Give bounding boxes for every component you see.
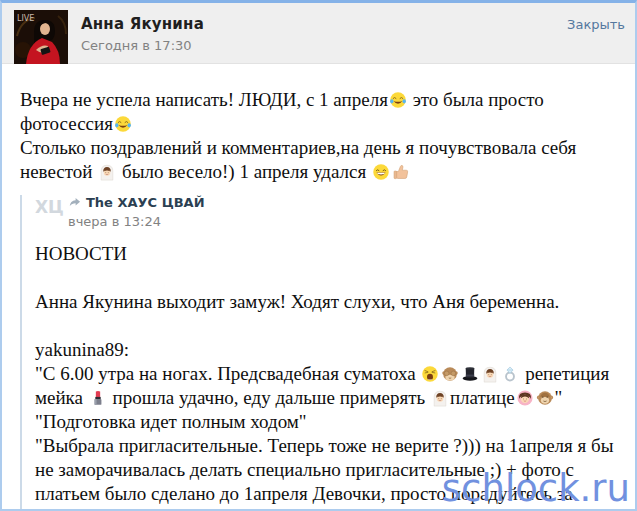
close-button[interactable]: Закрыть: [567, 10, 625, 32]
avatar-overlay-text: LIVE: [17, 14, 34, 23]
repost-paragraph: НОВОСТИ: [35, 242, 615, 266]
emoji-bride-icon: [481, 365, 499, 383]
repost-avatar[interactable]: ХЦ: [35, 195, 68, 216]
emoji-girl-icon: [516, 389, 534, 407]
repost-arrow-icon: [68, 196, 81, 209]
emoji-bride-icon: [431, 389, 449, 407]
post-header: LIVE Анна Якунина Сегодня в 17:30 Закрыт…: [2, 3, 635, 64]
repost-meta: The ХАУС ЦВАЙ вчера в 13:24: [68, 195, 205, 229]
emoji-monkey-face-icon: [536, 389, 554, 407]
post-text: Вчера не успела написать! ЛЮДИ, с 1 апре…: [20, 88, 615, 184]
emoji-see-no-evil-monkey-icon: [441, 365, 459, 383]
repost-timestamp: вчера в 13:24: [68, 214, 205, 229]
repost-block: ХЦ The ХАУС ЦВАЙ вчера в 13:24 НОВОСТИАн…: [20, 195, 615, 511]
emoji-lipstick-icon: [89, 389, 107, 407]
post-popup: LIVE Анна Якунина Сегодня в 17:30 Закрыт…: [0, 0, 637, 511]
repost-header: ХЦ The ХАУС ЦВАЙ вчера в 13:24: [35, 195, 615, 229]
emoji-top-hat-icon: [461, 365, 479, 383]
emoji-ring-icon: [501, 365, 519, 383]
author-name: Анна Якунина: [81, 15, 204, 33]
emoji-bride-icon: [98, 163, 116, 181]
repost-author-link[interactable]: The ХАУС ЦВАЙ: [86, 195, 205, 210]
author-avatar[interactable]: LIVE: [14, 10, 68, 64]
repost-paragraph: Анна Якунина выходит замуж! Ходят слухи,…: [35, 290, 615, 314]
watermark: schlock.ru: [442, 470, 630, 507]
post-timestamp: Сегодня в 17:30: [81, 38, 204, 53]
emoji-weary-icon: [421, 365, 439, 383]
emoji-joy-icon: [389, 91, 407, 109]
header-author-block: Анна Якунина Сегодня в 17:30: [81, 10, 204, 53]
emoji-joy-icon: [114, 115, 132, 133]
post-content: Вчера не успела написать! ЛЮДИ, с 1 апре…: [2, 64, 635, 511]
emoji-thumbs-up-icon: [392, 163, 410, 181]
emoji-grin-icon: [372, 163, 390, 181]
